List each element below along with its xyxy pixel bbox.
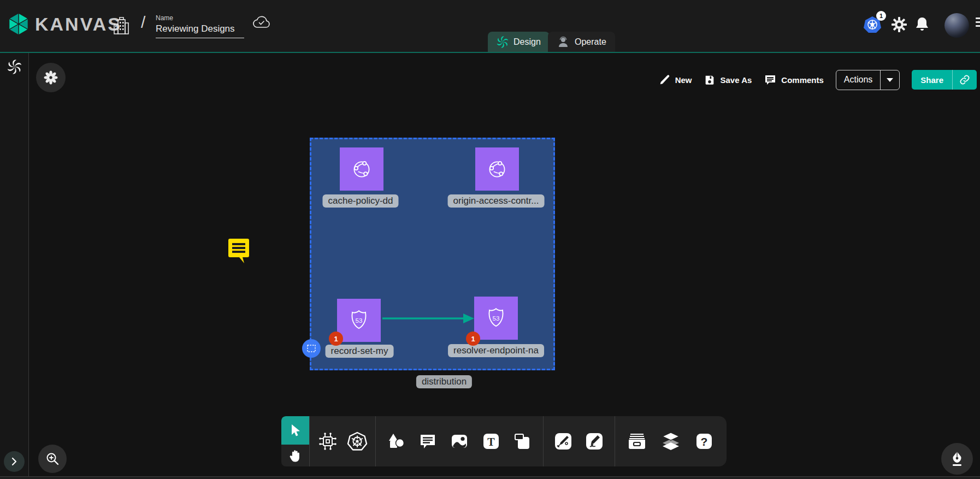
comments-icon bbox=[764, 73, 777, 86]
header: KANVAS / Name Reviewing Designs bbox=[0, 0, 980, 52]
name-field-label: Name bbox=[156, 14, 244, 22]
kubernetes-wheel-icon bbox=[347, 431, 368, 452]
sticky-note-tool[interactable] bbox=[511, 430, 534, 453]
organization-icon[interactable] bbox=[112, 15, 131, 36]
node-resolver-endpoint[interactable]: 53 bbox=[474, 297, 518, 340]
chevron-down-icon bbox=[886, 77, 894, 82]
left-sidebar bbox=[0, 53, 29, 479]
text-tool[interactable]: T bbox=[480, 430, 503, 453]
node-record-set[interactable]: 53 bbox=[337, 299, 381, 342]
design-name-input[interactable]: Reviewing Designs bbox=[156, 23, 244, 38]
marquee-icon bbox=[307, 345, 316, 352]
menu-icon[interactable] bbox=[976, 17, 980, 32]
settings-gear-icon[interactable] bbox=[891, 16, 907, 33]
select-tool[interactable] bbox=[281, 416, 309, 445]
pan-tool[interactable] bbox=[281, 445, 309, 466]
freehand-pencil-icon bbox=[585, 431, 604, 451]
actions-caret-button[interactable] bbox=[880, 70, 899, 90]
chip-icon bbox=[318, 431, 338, 451]
group-label-distribution[interactable]: distribution bbox=[416, 375, 472, 388]
save-icon bbox=[704, 74, 716, 86]
window-bottom-edge bbox=[0, 476, 980, 479]
node-cache-policy[interactable] bbox=[340, 147, 383, 191]
group-selection-handle[interactable] bbox=[302, 339, 321, 358]
actions-dropdown[interactable]: Actions bbox=[836, 70, 900, 90]
archive-drawer-icon bbox=[627, 432, 647, 451]
shapes-tool[interactable] bbox=[385, 430, 408, 453]
image-tool[interactable] bbox=[448, 430, 471, 453]
new-label: New bbox=[675, 75, 692, 85]
sticky-note-icon bbox=[513, 431, 533, 451]
operate-person-icon bbox=[557, 36, 570, 49]
kubernetes-tool[interactable] bbox=[346, 430, 369, 453]
brand[interactable]: KANVAS bbox=[8, 12, 122, 36]
image-icon bbox=[450, 431, 469, 451]
copy-link-button[interactable] bbox=[952, 70, 977, 90]
annotation-tools: T bbox=[376, 416, 543, 466]
kubernetes-badge: 1 bbox=[876, 11, 886, 21]
comment-tool[interactable] bbox=[416, 430, 439, 453]
infrastructure-tools bbox=[310, 416, 375, 466]
design-swirl-icon bbox=[497, 36, 509, 48]
node-label-cache-policy[interactable]: cache-policy-dd bbox=[322, 194, 398, 208]
meshery-swirl-icon[interactable] bbox=[7, 60, 22, 74]
comment-pin[interactable] bbox=[226, 236, 251, 264]
kanvas-app: KANVAS / Name Reviewing Designs bbox=[0, 0, 980, 479]
node-resolver-endpoint-badge[interactable]: 1 bbox=[466, 332, 480, 346]
edge-record-to-resolver[interactable] bbox=[382, 312, 474, 324]
node-label-origin-access[interactable]: origin-access-contr... bbox=[448, 194, 545, 208]
pen-nib-icon bbox=[949, 451, 965, 467]
whiteboard-pen-button[interactable] bbox=[941, 443, 973, 475]
canvas-toolbar: T bbox=[281, 416, 727, 466]
comments-button[interactable]: Comments bbox=[764, 73, 824, 86]
library-tools: ? bbox=[615, 416, 727, 466]
expand-sidebar-button[interactable] bbox=[4, 451, 25, 472]
node-label-record-set[interactable]: record-set-my bbox=[326, 345, 394, 358]
save-as-button[interactable]: Save As bbox=[704, 74, 752, 86]
route53-shield-icon: 53 bbox=[346, 308, 371, 333]
svg-text:?: ? bbox=[701, 435, 708, 448]
tab-design-label: Design bbox=[513, 37, 541, 47]
help-tool[interactable]: ? bbox=[693, 430, 716, 453]
flower-icon bbox=[44, 70, 58, 85]
freehand-pencil-tool[interactable] bbox=[583, 430, 606, 453]
zoom-in-icon bbox=[45, 452, 60, 466]
cloudfront-globe-icon bbox=[349, 157, 374, 182]
widgets-dock-button[interactable] bbox=[36, 63, 66, 92]
link-icon bbox=[959, 74, 970, 85]
cloud-saved-icon bbox=[252, 15, 271, 29]
layers-tool[interactable] bbox=[659, 430, 682, 453]
node-record-set-badge[interactable]: 1 bbox=[329, 332, 343, 346]
route53-shield-icon: 53 bbox=[483, 306, 509, 331]
share-button[interactable]: Share bbox=[912, 70, 977, 90]
node-origin-access[interactable] bbox=[475, 147, 519, 191]
kubernetes-context-button[interactable]: 1 bbox=[863, 15, 882, 34]
notifications-bell-icon[interactable] bbox=[914, 16, 930, 32]
vector-pen-tool[interactable] bbox=[552, 430, 575, 453]
breadcrumb-separator: / bbox=[141, 13, 145, 32]
tab-operate-label: Operate bbox=[575, 37, 606, 47]
zoom-in-button[interactable] bbox=[38, 445, 67, 473]
tab-design[interactable]: Design bbox=[488, 32, 550, 52]
comments-label: Comments bbox=[781, 75, 824, 85]
component-tool[interactable] bbox=[316, 430, 339, 453]
layers-icon bbox=[660, 431, 681, 451]
share-label: Share bbox=[912, 70, 952, 90]
svg-text:53: 53 bbox=[493, 315, 500, 321]
cursor-arrow-icon bbox=[288, 423, 302, 437]
comment-bubble-icon bbox=[418, 431, 438, 451]
tab-operate[interactable]: Operate bbox=[548, 32, 615, 52]
user-avatar[interactable] bbox=[944, 13, 969, 38]
hand-icon bbox=[288, 448, 302, 463]
save-as-label: Save As bbox=[720, 75, 752, 85]
design-name-block: Name Reviewing Designs bbox=[156, 14, 244, 38]
kanvas-logo-icon bbox=[8, 12, 29, 36]
new-button[interactable]: New bbox=[659, 74, 692, 86]
pointer-tools bbox=[281, 416, 309, 466]
archive-tool[interactable] bbox=[625, 430, 648, 453]
accent-divider bbox=[0, 52, 980, 53]
svg-text:53: 53 bbox=[356, 317, 363, 323]
design-actions-bar: New Save As Comments Actions bbox=[659, 69, 977, 91]
node-label-resolver-endpoint[interactable]: resolver-endpoint-na bbox=[448, 344, 544, 357]
pencil-icon bbox=[659, 74, 671, 86]
